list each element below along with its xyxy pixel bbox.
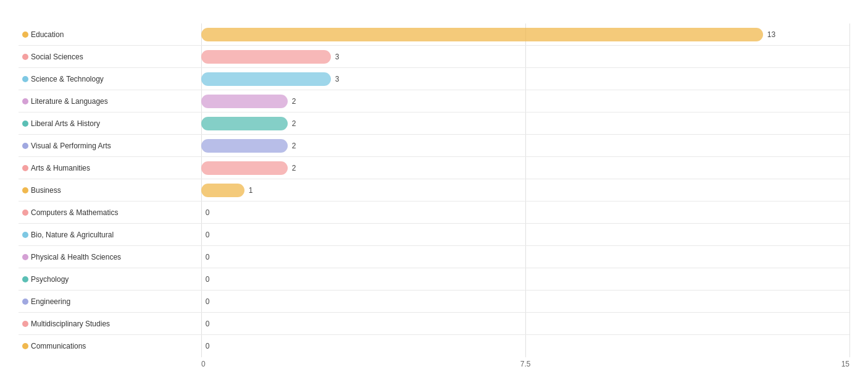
bar-label: Business bbox=[20, 179, 198, 201]
bar-label-text: Communications bbox=[31, 342, 86, 350]
axis-label: 15 bbox=[841, 360, 849, 368]
bar-row: 0Computers & Mathematics bbox=[19, 201, 849, 224]
bar-label-text: Engineering bbox=[31, 297, 70, 306]
bar-dot bbox=[22, 187, 28, 193]
x-axis: 07.515 bbox=[19, 360, 849, 372]
bar bbox=[201, 117, 288, 130]
bar-label-pill: Multidisciplinary Studies bbox=[20, 318, 115, 329]
bar-label-pill: Communications bbox=[20, 341, 91, 352]
bar-row: 13Education bbox=[19, 23, 849, 46]
bar-label-text: Education bbox=[31, 30, 64, 39]
bar-label: Communications bbox=[20, 335, 198, 357]
bar-value: 0 bbox=[206, 208, 210, 217]
bar bbox=[201, 72, 331, 86]
rows-wrapper: 13Education3Social Sciences3Science & Te… bbox=[19, 23, 849, 357]
bar-label-pill: Psychology bbox=[20, 274, 73, 285]
bar-label-pill: Engineering bbox=[20, 296, 75, 307]
axis-label: 0 bbox=[201, 360, 206, 368]
axis-label: 7.5 bbox=[520, 360, 531, 368]
bar-value: 0 bbox=[206, 297, 210, 306]
bar-dot bbox=[22, 232, 28, 238]
bar-row: 0Engineering bbox=[19, 290, 849, 313]
bar-label-text: Computers & Mathematics bbox=[31, 208, 118, 217]
bar-row: 0Communications bbox=[19, 335, 849, 357]
bar-label-text: Physical & Health Sciences bbox=[31, 253, 121, 261]
bar-label-pill: Visual & Performing Arts bbox=[20, 140, 116, 151]
bar-label: Education bbox=[20, 23, 198, 45]
bar-dot bbox=[22, 76, 28, 82]
bar-value: 0 bbox=[206, 231, 210, 239]
bar-label: Multidisciplinary Studies bbox=[20, 313, 198, 334]
bar bbox=[201, 28, 763, 41]
bar-label-text: Psychology bbox=[31, 275, 69, 284]
bar-value: 13 bbox=[767, 30, 775, 39]
bar-label-text: Visual & Performing Arts bbox=[31, 142, 111, 150]
bar-dot bbox=[22, 121, 28, 127]
bar-value: 2 bbox=[292, 142, 296, 150]
bar-label: Psychology bbox=[20, 268, 198, 290]
bar-value: 2 bbox=[292, 97, 296, 106]
bar-dot bbox=[22, 32, 28, 38]
bar-row: 2Arts & Humanities bbox=[19, 157, 849, 179]
bar-label-text: Multidisciplinary Studies bbox=[31, 320, 110, 328]
bar-row: 2Literature & Languages bbox=[19, 90, 849, 112]
bar-label-text: Literature & Languages bbox=[31, 97, 108, 106]
bar-label: Bio, Nature & Agricultural bbox=[20, 224, 198, 245]
bar-label-pill: Literature & Languages bbox=[20, 96, 113, 107]
bar-row: 2Liberal Arts & History bbox=[19, 112, 849, 135]
bar-label: Computers & Mathematics bbox=[20, 201, 198, 223]
bar-dot bbox=[22, 343, 28, 349]
bar-label-pill: Bio, Nature & Agricultural bbox=[20, 229, 119, 240]
bar-value: 1 bbox=[249, 186, 253, 195]
bar-value: 3 bbox=[335, 53, 340, 61]
bar-row: 0Multidisciplinary Studies bbox=[19, 313, 849, 335]
bar-value: 2 bbox=[292, 164, 296, 172]
bar-label-text: Social Sciences bbox=[31, 53, 83, 61]
bar-label: Visual & Performing Arts bbox=[20, 135, 198, 156]
bar-label: Liberal Arts & History bbox=[20, 112, 198, 134]
bar-label-pill: Science & Technology bbox=[20, 74, 109, 85]
bar-label-text: Liberal Arts & History bbox=[31, 119, 100, 128]
bar bbox=[201, 184, 244, 197]
bar-value: 0 bbox=[206, 275, 210, 284]
bar-dot bbox=[22, 321, 28, 327]
bar-label-text: Science & Technology bbox=[31, 75, 104, 83]
bar bbox=[201, 50, 331, 64]
bar-dot bbox=[22, 54, 28, 60]
bar-label: Social Sciences bbox=[20, 46, 198, 67]
bar-row: 3Science & Technology bbox=[19, 68, 849, 90]
bar-label-pill: Education bbox=[20, 29, 69, 40]
chart-wrapper: 13Education3Social Sciences3Science & Te… bbox=[19, 23, 849, 372]
bar-row: 3Social Sciences bbox=[19, 46, 849, 68]
bar-label: Physical & Health Sciences bbox=[20, 246, 198, 268]
bar-dot bbox=[22, 98, 28, 104]
bar-label-pill: Physical & Health Sciences bbox=[20, 252, 126, 263]
bar-label-pill: Social Sciences bbox=[20, 51, 88, 62]
bar-label-pill: Business bbox=[20, 185, 66, 196]
bar-row: 0Bio, Nature & Agricultural bbox=[19, 224, 849, 246]
bar bbox=[201, 139, 288, 153]
bar-label: Arts & Humanities bbox=[20, 157, 198, 179]
bar-value: 3 bbox=[335, 75, 340, 83]
bar-label-pill: Liberal Arts & History bbox=[20, 118, 105, 129]
bar-label: Science & Technology bbox=[20, 68, 198, 90]
bar-label-pill: Arts & Humanities bbox=[20, 163, 95, 174]
bar-row: 0Physical & Health Sciences bbox=[19, 246, 849, 268]
bar-dot bbox=[22, 165, 28, 171]
bar-dot bbox=[22, 299, 28, 305]
bar-label-text: Business bbox=[31, 186, 61, 195]
bar-value: 0 bbox=[206, 320, 210, 328]
bar-label-text: Bio, Nature & Agricultural bbox=[31, 231, 114, 239]
bar-dot bbox=[22, 143, 28, 149]
bar bbox=[201, 95, 288, 108]
bar-row: 0Psychology bbox=[19, 268, 849, 290]
bar-value: 0 bbox=[206, 342, 210, 350]
bar-label-pill: Computers & Mathematics bbox=[20, 207, 123, 218]
bar-dot bbox=[22, 210, 28, 216]
bar-row: 2Visual & Performing Arts bbox=[19, 135, 849, 157]
bar-dot bbox=[22, 254, 28, 260]
bar-label: Literature & Languages bbox=[20, 90, 198, 112]
bar-value: 2 bbox=[292, 119, 296, 128]
bar bbox=[201, 161, 288, 175]
bar-value: 0 bbox=[206, 253, 210, 261]
